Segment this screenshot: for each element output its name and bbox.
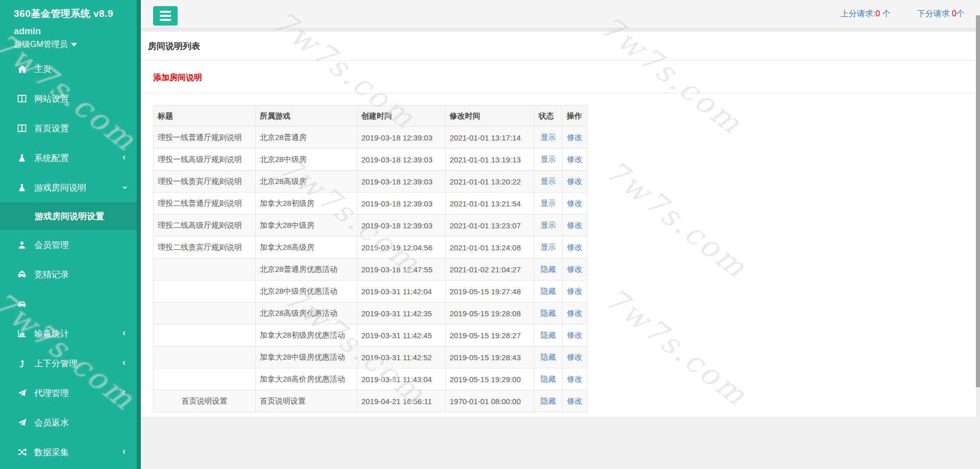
sidebar-item-label: 网站设置 [34, 93, 69, 105]
sidebar-item-member-management[interactable]: 会员管理 [0, 230, 141, 260]
cell-created: 2019-03-18 12:39:03 [357, 193, 446, 215]
sidebar-item-site-settings[interactable]: 网站设置 [0, 84, 141, 113]
sidebar-item-member-rebate[interactable]: 会员返水 [0, 408, 141, 437]
footer-area [141, 416, 980, 469]
status-link[interactable]: 显示 [541, 243, 556, 251]
cell-created: 2019-03-18 12:39:03 [357, 171, 446, 193]
status-link[interactable]: 隐藏 [541, 331, 556, 339]
sidebar-item-home[interactable]: 主页 [0, 54, 141, 84]
status-link[interactable]: 隐藏 [541, 265, 556, 273]
main-area: 上分请求:0 个 下分请求 0个 房间说明列表 添加房间说明 标题所属游戏创建时… [141, 0, 980, 469]
modify-link[interactable]: 修改 [567, 331, 582, 339]
status-link[interactable]: 显示 [541, 155, 556, 163]
cell-status: 显示 [534, 215, 562, 237]
room-desc-table: 标题所属游戏创建时间修改时间状态操作 理投一线普通厅规则说明北京28普通房201… [153, 105, 587, 412]
cell-action: 修改 [562, 368, 587, 390]
table-header-row: 标题所属游戏创建时间修改时间状态操作 [154, 106, 587, 127]
status-link[interactable]: 隐藏 [541, 287, 556, 295]
modify-link[interactable]: 修改 [567, 265, 582, 273]
paper-plane-icon [17, 388, 27, 397]
table-row: 北京28普通房优惠活动2019-03-18 12:47:552021-01-02… [154, 259, 587, 280]
table-row: 北京28中级房优惠活动2019-03-31 11:42:042019-05-15… [154, 280, 587, 302]
status-link[interactable]: 隐藏 [541, 309, 556, 317]
chevron-down-icon: ‹ [118, 186, 130, 189]
cell-title: 理投一线高级厅规则说明 [154, 149, 256, 171]
add-room-desc-link[interactable]: 添加房间说明 [153, 73, 202, 82]
topbar: 上分请求:0 个 下分请求 0个 [141, 0, 980, 28]
cell-action: 修改 [562, 171, 587, 193]
cell-action: 修改 [562, 324, 587, 346]
status-link[interactable]: 隐藏 [541, 374, 556, 383]
modify-link[interactable]: 修改 [567, 396, 582, 405]
modify-link[interactable]: 修改 [567, 353, 582, 361]
status-link[interactable]: 显示 [541, 177, 556, 185]
cell-status: 隐藏 [534, 302, 562, 324]
cell-title: 理投二线普通厅规则说明 [154, 193, 256, 215]
sidebar-item-win-loss-stats[interactable]: 输赢统计‹ [0, 319, 141, 348]
modify-link[interactable]: 修改 [567, 243, 582, 251]
status-link[interactable]: 显示 [541, 199, 556, 207]
role-dropdown[interactable]: 超级GM管理员 [14, 39, 141, 50]
up-score-request-link[interactable]: 上分请求:0 个 [841, 9, 891, 19]
up-score-count: 0 [875, 9, 880, 18]
column-header: 所属游戏 [256, 106, 357, 127]
sidebar-item-system-config[interactable]: 系统配置‹ [0, 143, 141, 173]
status-link[interactable]: 显示 [541, 133, 556, 142]
page-title: 房间说明列表 [141, 32, 980, 61]
modify-link[interactable]: 修改 [567, 221, 582, 229]
up-down-arrows-icon [17, 359, 27, 368]
cell-game: 北京28高级房优惠活动 [256, 302, 357, 324]
cell-status: 显示 [534, 193, 562, 215]
table-row: 加拿大28初级房优惠活动2019-03-31 11:42:452019-05-1… [154, 324, 587, 346]
sidebar-item-betting-records[interactable]: 竞猜记录 [0, 260, 141, 289]
modify-link[interactable]: 修改 [567, 309, 582, 317]
down-score-count: 0 [952, 9, 957, 18]
sidebar-toggle-button[interactable] [153, 6, 178, 26]
sidebar-subitem-game-room-desc-settings[interactable]: 游戏房间说明设置 [0, 202, 141, 230]
sidebar-item-agent-management[interactable]: 代理管理‹ [0, 378, 141, 408]
table-row: 理投一线高级厅规则说明北京28中级房2019-03-18 12:39:03202… [154, 149, 587, 171]
cell-title [154, 259, 256, 280]
modify-link[interactable]: 修改 [567, 199, 582, 207]
modify-link[interactable]: 修改 [567, 374, 582, 383]
cell-modified: 2021-01-01 13:24:08 [446, 237, 534, 259]
sidebar-item-car-blank[interactable] [0, 289, 141, 319]
chevron-left-icon: ‹ [122, 327, 126, 338]
cell-status: 隐藏 [534, 259, 562, 280]
cell-action: 修改 [562, 346, 587, 368]
status-link[interactable]: 隐藏 [541, 353, 556, 361]
status-link[interactable]: 隐藏 [541, 396, 556, 405]
modify-link[interactable]: 修改 [567, 133, 582, 142]
hamburger-icon [153, 11, 178, 21]
cell-title [154, 280, 256, 302]
cell-modified: 2021-01-01 13:21:54 [446, 193, 534, 215]
cell-modified: 2019-05-15 19:27:48 [446, 280, 534, 302]
vertical-scrollbar-track[interactable] [976, 15, 980, 416]
app-title: 360基金管理系统 v8.9 [14, 7, 141, 20]
sidebar-item-data-collection[interactable]: 数据采集‹ [0, 437, 141, 467]
cell-status: 隐藏 [534, 368, 562, 390]
sidebar-item-game-room-desc[interactable]: 游戏房间说明‹ [0, 173, 141, 202]
cell-game: 加拿大28中级房优惠活动 [256, 346, 357, 368]
table-row: 首页说明设置首页说明设置2019-04-21 16:56:111970-01-0… [154, 390, 587, 412]
role-label: 超级GM管理员 [14, 40, 68, 49]
cell-game: 加拿大28初级房 [256, 193, 357, 215]
cell-modified: 1970-01-01 08:00:00 [446, 390, 534, 412]
sidebar-submenu: 游戏房间说明设置 [0, 202, 141, 230]
modify-link[interactable]: 修改 [567, 287, 582, 295]
modify-link[interactable]: 修改 [567, 155, 582, 163]
cell-created: 2019-03-31 11:42:35 [357, 302, 446, 324]
down-score-request-link[interactable]: 下分请求 0个 [917, 9, 965, 19]
sidebar-item-label: 上下分管理 [34, 358, 78, 369]
cell-created: 2019-03-18 12:39:03 [357, 127, 446, 149]
vertical-scrollbar-thumb[interactable] [976, 15, 980, 387]
sidebar-item-score-management[interactable]: 上下分管理‹ [0, 348, 141, 378]
sidebar-item-homepage-settings[interactable]: 首页设置 [0, 113, 141, 143]
cell-game: 加拿大28高价房优惠活动 [256, 368, 357, 390]
status-link[interactable]: 显示 [541, 221, 556, 229]
modify-link[interactable]: 修改 [567, 177, 582, 185]
cell-game: 北京28高级房 [256, 171, 357, 193]
sidebar-header: 360基金管理系统 v8.9 admin 超级GM管理员 [0, 0, 141, 50]
cell-created: 2019-04-21 16:56:11 [357, 390, 446, 412]
sidebar-item-label: 竞猜记录 [34, 269, 69, 280]
